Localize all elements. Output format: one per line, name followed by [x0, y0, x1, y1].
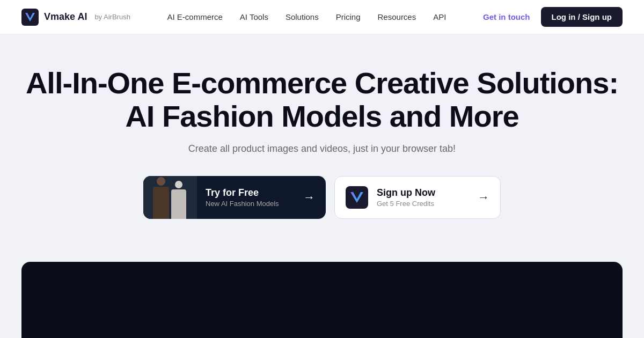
- nav-ai-ecommerce[interactable]: AI E-commerce: [167, 12, 222, 21]
- brand-logo: Vmake AI by AirBrush: [21, 9, 130, 26]
- hero-subtitle: Create all product images and videos, ju…: [21, 143, 623, 155]
- svg-rect-2: [346, 186, 368, 209]
- try-for-free-arrow-icon: →: [303, 190, 326, 204]
- get-in-touch-link[interactable]: Get in touch: [483, 12, 530, 21]
- try-for-free-text: Try for Free New AI Fashion Models: [197, 187, 303, 208]
- nav-links: AI E-commerce AI Tools Solutions Pricing…: [167, 12, 446, 21]
- nav-pricing[interactable]: Pricing: [336, 12, 361, 21]
- sign-up-sublabel: Get 5 Free Credits: [377, 200, 469, 208]
- hero-title: All-In-One E-commerce Creative Solutions…: [21, 67, 623, 133]
- brand-name: Vmake AI: [44, 11, 87, 23]
- navbar: Vmake AI by AirBrush AI E-commerce AI To…: [0, 0, 644, 34]
- hero-title-line1: All-In-One E-commerce Creative Solutions…: [26, 66, 618, 100]
- model-figure-2: [171, 189, 186, 219]
- try-for-free-button[interactable]: Try for Free New AI Fashion Models →: [143, 176, 326, 219]
- nav-ai-tools[interactable]: AI Tools: [240, 12, 268, 21]
- model-figure-1: [153, 187, 169, 219]
- fashion-models-image: [143, 176, 197, 219]
- brand-by: by AirBrush: [94, 13, 130, 21]
- product-preview-area: [21, 262, 623, 338]
- nav-api[interactable]: API: [433, 12, 446, 21]
- sign-up-now-button[interactable]: Sign up Now Get 5 Free Credits →: [334, 176, 501, 219]
- hero-title-line2: AI Fashion Models and More: [125, 99, 518, 133]
- nav-solutions[interactable]: Solutions: [286, 12, 319, 21]
- hero-section: All-In-One E-commerce Creative Solutions…: [0, 34, 644, 262]
- cta-buttons: Try for Free New AI Fashion Models →: [21, 176, 623, 219]
- nav-resources[interactable]: Resources: [378, 12, 416, 21]
- vmake-logo-icon: [21, 9, 39, 26]
- login-signup-button[interactable]: Log in / Sign up: [541, 7, 623, 27]
- vmake-logo-small-icon: [346, 186, 368, 209]
- try-for-free-label: Try for Free: [206, 187, 295, 199]
- try-for-free-sublabel: New AI Fashion Models: [206, 200, 295, 208]
- sign-up-arrow-icon: →: [478, 190, 489, 204]
- sign-up-label: Sign up Now: [377, 187, 469, 199]
- svg-rect-0: [21, 9, 39, 26]
- sign-up-text: Sign up Now Get 5 Free Credits: [377, 187, 469, 208]
- nav-actions: Get in touch Log in / Sign up: [483, 7, 623, 27]
